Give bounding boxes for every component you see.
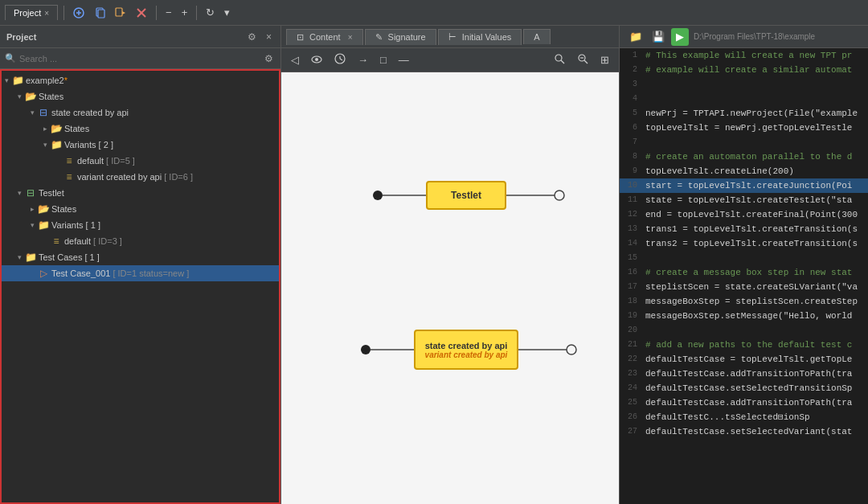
code-run-btn[interactable]: ▶ — [671, 28, 689, 46]
search-input[interactable] — [19, 54, 259, 64]
diag-btn-search1[interactable] — [549, 51, 570, 69]
delete-btn[interactable] — [133, 6, 150, 20]
diag-btn-search2[interactable] — [572, 51, 593, 69]
diag-btn-left[interactable]: ◁ — [286, 51, 304, 68]
comment-text: # example will create a similar automat — [645, 65, 852, 75]
line-number: 22 — [620, 352, 642, 367]
testlet-box[interactable]: Testlet — [426, 181, 506, 210]
tree-label-variants1: Variants [ 2 ] — [64, 140, 113, 150]
project-tab-close[interactable]: × — [44, 9, 49, 18]
state-box-line1: state created by api — [425, 341, 508, 350]
line-content: topLevelTslt = newPrj.getTopLevelTestle — [642, 121, 868, 135]
variant-icon2: ≡ — [63, 171, 76, 182]
code-save-btn[interactable]: 💾 — [649, 29, 668, 44]
svg-point-22 — [361, 345, 371, 354]
line-number: 9 — [620, 164, 642, 178]
code-line-17: 17steplistScen = state.createSLVariant("… — [620, 280, 868, 294]
tab-signature[interactable]: ✎ Signature — [365, 29, 436, 45]
code-text: messageBoxStep = steplistScen.createStep — [645, 297, 858, 306]
line-content: # example will create a similar automat — [642, 63, 868, 77]
main-area: Project ⚙ × 🔍 ⚙ ▾ 📁 example2* ▾ 📂 States — [0, 26, 868, 504]
panel-settings-btn[interactable]: ⚙ — [245, 31, 259, 43]
diag-btn-eye[interactable] — [306, 51, 327, 68]
diag-btn-minus[interactable]: — — [394, 51, 414, 68]
tree-item-states2[interactable]: ▸ 📂 States — [2, 121, 279, 137]
line-number: 1 — [620, 48, 642, 63]
tab-a[interactable]: A — [523, 29, 550, 44]
add-btn[interactable] — [70, 6, 88, 20]
tree-item-variant-api[interactable]: ▸ ≡ variant created by api [ ID=6 ] — [2, 169, 279, 185]
panel-close-btn[interactable]: × — [264, 31, 274, 43]
code-line-23: 23defaultTestCase.addTransitionToPath(tr… — [620, 367, 868, 381]
tree-item-default-v[interactable]: ▸ ≡ default [ ID=5 ] — [2, 153, 279, 169]
line-number: 19 — [620, 309, 642, 323]
diag-btn-clock[interactable] — [330, 51, 350, 69]
tree-item-testlet[interactable]: ▾ ⊟ Testlet — [2, 185, 279, 201]
right-panel: 📁 💾 ▶ D:\Program Files\TPT-18\example 1#… — [619, 26, 868, 504]
tree-item-states1[interactable]: ▾ 📂 States — [2, 88, 279, 104]
variant-icon1: ≡ — [63, 155, 76, 166]
line-content — [642, 77, 868, 92]
diag-btn-rect[interactable]: □ — [375, 51, 391, 68]
project-tab[interactable]: Project × — [5, 5, 58, 20]
line-content — [642, 323, 868, 338]
tree-item-variants2[interactable]: ▾ 📁 Variants [ 1 ] — [2, 217, 279, 233]
tree-item-root[interactable]: ▾ 📁 example2* — [2, 72, 279, 88]
diag-btn-arrow-r[interactable]: → — [353, 51, 373, 68]
line-number: 2 — [620, 63, 642, 77]
state-created-box[interactable]: state created by api variant created by … — [414, 330, 518, 370]
tree-item-testcases[interactable]: ▾ 📁 Test Cases [ 1 ] — [2, 249, 279, 265]
tree-item-default-v2[interactable]: ▸ ≡ default [ ID=3 ] — [2, 233, 279, 249]
code-line-1: 1# This example will create a new TPT pr — [620, 48, 868, 63]
tab-initial-icon: ⊢ — [448, 32, 457, 42]
tab-initial-values[interactable]: ⊢ Initial Values — [438, 29, 522, 45]
refresh-btn[interactable]: ↻ — [203, 5, 218, 20]
tab-content[interactable]: ⊡ Content × — [286, 29, 363, 45]
copy-btn[interactable] — [91, 6, 108, 20]
minus-btn[interactable]: − — [162, 5, 175, 20]
folder-icon-root: 📁 — [11, 75, 24, 86]
code-line-26: 26defaultTestC...tsSelected⊟ionSp — [620, 410, 868, 424]
code-line-14: 14trans2 = topLevelTslt.createTransition… — [620, 236, 868, 251]
dropdown-btn[interactable]: ▾ — [221, 5, 233, 20]
code-toolbar-icons: 📁 💾 ▶ — [626, 28, 689, 46]
code-folder-btn[interactable]: 📁 — [626, 29, 645, 44]
arrow-state-api: ▾ — [27, 109, 37, 117]
code-line-7: 7 — [620, 135, 868, 150]
diagram-area[interactable]: Testlet state created by api variant cre… — [281, 72, 619, 504]
search-options-btn[interactable]: ⚙ — [262, 52, 276, 65]
comment-text: # create a message box step in new stat — [645, 268, 852, 277]
line-content: defaultTestCase.setSelectedVariant(stat — [642, 424, 868, 439]
tree-item-states3[interactable]: ▸ 📂 States — [2, 201, 279, 217]
line-content: defaultTestCase.addTransitionToPath(tra — [642, 395, 868, 410]
code-line-18: 18messageBoxStep = steplistScen.createSt… — [620, 294, 868, 309]
code-text: trans2 = topLevelTslt.createTransition(s — [645, 239, 858, 248]
plus-btn[interactable]: + — [178, 5, 191, 20]
code-text: trans1 = topLevelTslt.createTransition(s — [645, 224, 858, 234]
code-line-13: 13trans1 = topLevelTslt.createTransition… — [620, 222, 868, 236]
svg-rect-5 — [116, 8, 122, 16]
diag-btn-grid[interactable]: ⊞ — [596, 51, 614, 68]
content-toolbar: ⊡ Content × ✎ Signature ⊢ Initial Values… — [281, 26, 619, 48]
move-btn[interactable] — [112, 6, 129, 20]
code-text: defaultTestC...tsSelected⊟ionSp — [645, 412, 810, 422]
diagram-svg — [281, 72, 619, 504]
tab-content-close[interactable]: × — [348, 33, 353, 42]
tree-item-variants1[interactable]: ▾ 📁 Variants [ 2 ] — [2, 137, 279, 153]
svg-point-13 — [555, 55, 562, 61]
line-content: newPrj = TPTAPI.newProject(File("example — [642, 106, 868, 121]
line-content: defaultTestCase.addTransitionToPath(tra — [642, 367, 868, 381]
line-number: 18 — [620, 294, 642, 309]
svg-line-12 — [340, 59, 342, 60]
tree-item-tc001[interactable]: ▸ ▷ Test Case_001 [ ID=1 status=new ] — [2, 265, 279, 281]
code-editor[interactable]: 1# This example will create a new TPT pr… — [620, 48, 868, 504]
variants1-folder-icon: 📁 — [50, 139, 63, 150]
tab-content-label: Content — [309, 32, 341, 42]
code-text: end = topLevelTslt.createFinal(Point(300 — [645, 210, 858, 219]
states3-icon: 📂 — [37, 203, 50, 215]
svg-line-14 — [561, 60, 564, 64]
tree-label-default-v: default [ ID=5 ] — [77, 156, 135, 166]
arrow-states1: ▾ — [14, 92, 24, 100]
line-number: 4 — [620, 92, 642, 106]
tree-item-state-api[interactable]: ▾ ⊟ state created by api — [2, 104, 279, 121]
